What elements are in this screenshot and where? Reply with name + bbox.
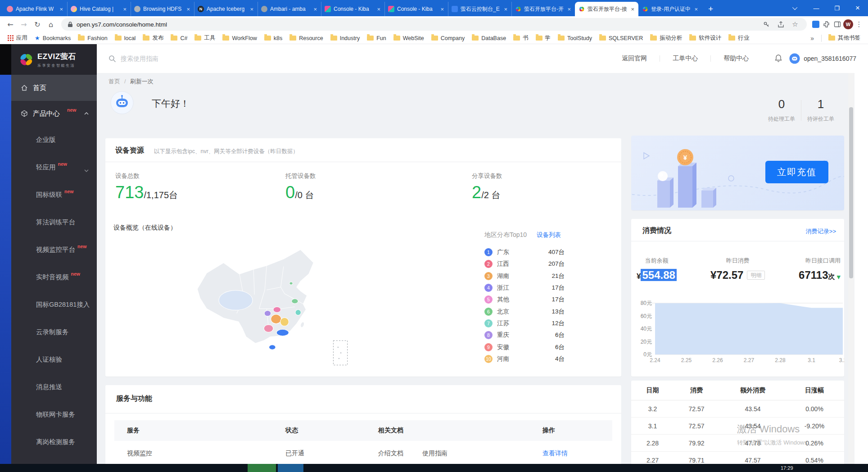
home-icon[interactable]: ⌂	[44, 18, 58, 31]
maximize-icon[interactable]: ❐	[827, 0, 847, 16]
page-scrollbar[interactable]	[848, 44, 854, 464]
windows-taskbar[interactable]: 17:29	[0, 464, 868, 472]
bookmark-folder[interactable]: 行业	[725, 33, 752, 43]
tab-search-chevron-icon[interactable]	[785, 0, 806, 16]
browser-tab[interactable]: NApache Iceberg×	[194, 2, 258, 16]
tab-close-icon[interactable]: ×	[59, 6, 64, 13]
sidebar-item-实时音视频[interactable]: 实时音视频new	[11, 263, 97, 291]
chrome-menu-icon[interactable]: ⋮	[854, 19, 864, 30]
sidebar-item-人证核验[interactable]: 人证核验	[11, 346, 97, 373]
bookmark-folder[interactable]: SQLSERVER	[596, 34, 646, 42]
notification-bell-icon[interactable]	[775, 54, 782, 64]
password-key-icon[interactable]	[761, 19, 772, 30]
doc-guide-link[interactable]: 使用指南	[422, 449, 448, 457]
bookmark-folder[interactable]: WorkFlow	[219, 34, 260, 42]
browser-tab[interactable]: Console - Kiba×	[321, 2, 384, 16]
search-input[interactable]	[121, 55, 247, 62]
taskbar-app-green[interactable]	[248, 464, 276, 472]
sidebar-item-视频监控平台[interactable]: 视频监控平台new	[11, 236, 97, 263]
other-bookmarks[interactable]: 其他书签	[825, 33, 863, 43]
breadcrumb-home[interactable]: 首页	[108, 78, 120, 85]
back-icon[interactable]: ←	[4, 18, 17, 31]
sidebar-item-物联网卡服务[interactable]: 物联网卡服务	[11, 401, 97, 428]
bookmark-apps[interactable]: 应用	[5, 33, 31, 43]
tab-close-icon[interactable]: ×	[312, 6, 318, 13]
tab-close-icon[interactable]: ×	[122, 6, 127, 13]
bookmark-folder[interactable]: WebSite	[390, 34, 427, 42]
bookmark-folder[interactable]: local	[112, 34, 139, 42]
tab-close-icon[interactable]: ×	[249, 6, 254, 13]
topbar-link-1[interactable]: 工单中心	[660, 54, 710, 63]
bookmark-folder[interactable]: C#	[167, 34, 190, 42]
rating-orders[interactable]: 1 待评价工单	[801, 97, 840, 123]
browser-tab[interactable]: Apache Flink W×	[4, 2, 67, 16]
bookmark-folder[interactable]: Resource	[286, 34, 326, 42]
bookmark-folder[interactable]: Fashion	[75, 34, 110, 42]
browser-tab[interactable]: Console - Kiba×	[384, 2, 448, 16]
bookmark-bookmarks[interactable]: ★Bookmarks	[32, 34, 74, 42]
bookmark-folder[interactable]: DataBase	[469, 34, 509, 42]
decrease-triangle-icon[interactable]: ▼	[837, 274, 841, 280]
close-icon[interactable]: ×	[847, 0, 868, 16]
bookmark-folder[interactable]: ToolStudy	[555, 34, 595, 42]
sidebar-item-消息推送[interactable]: 消息推送	[11, 373, 97, 401]
topbar-link-0[interactable]: 返回官网	[609, 54, 660, 63]
recharge-now-button[interactable]: 立即充值	[765, 161, 828, 183]
tab-close-icon[interactable]: ×	[185, 6, 191, 13]
pending-orders[interactable]: 0 待处理工单	[762, 97, 801, 123]
sidebar-item-云录制服务[interactable]: 云录制服务	[11, 318, 97, 346]
bookmarks-overflow-icon[interactable]: »	[807, 35, 818, 42]
tab-close-icon[interactable]: ×	[693, 6, 699, 13]
bookmark-folder[interactable]: 软件设计	[686, 33, 724, 43]
view-details-link[interactable]: 查看详情	[542, 449, 568, 457]
scrollbar-thumb[interactable]	[849, 107, 853, 278]
bookmark-folder[interactable]: Company	[428, 34, 468, 42]
share-icon[interactable]	[775, 19, 786, 30]
bookmark-folder[interactable]: 振动分析	[647, 33, 685, 43]
bookmark-star-icon[interactable]: ☆	[790, 19, 800, 30]
bookmark-folder[interactable]: 书	[510, 33, 532, 43]
bookmark-folder[interactable]: 工具	[191, 33, 218, 43]
browser-tab[interactable]: 萤石云控制台_E×	[448, 2, 511, 16]
doc-intro-link[interactable]: 介绍文档	[378, 449, 403, 457]
taskbar-app-blue[interactable]	[278, 464, 303, 472]
url-bar[interactable]: open.ys7.com/console/home.html ☆	[61, 18, 807, 31]
consumption-records-link[interactable]: 消费记录>>	[806, 227, 836, 236]
bookmark-folder[interactable]: 学	[533, 33, 554, 43]
bookmark-folder[interactable]: 发布	[140, 33, 167, 43]
browser-tab[interactable]: Browsing HDFS×	[131, 2, 194, 16]
translate-extension-icon[interactable]	[810, 19, 821, 30]
forward-icon[interactable]: →	[17, 18, 31, 31]
guide-search[interactable]	[108, 55, 247, 63]
username[interactable]: open_3581616077	[804, 55, 856, 62]
reading-list-icon[interactable]	[832, 19, 843, 30]
topbar-link-2[interactable]: 帮助中心	[711, 54, 761, 63]
browser-tab[interactable]: 萤石开放平台-接×	[575, 2, 638, 16]
tab-close-icon[interactable]: ×	[503, 6, 508, 13]
sidebar-item-home[interactable]: 首页	[11, 75, 97, 101]
browser-tab[interactable]: 登录-用户认证中×	[638, 2, 702, 16]
sidebar-item-国标GB28181接入[interactable]: 国标GB28181接入	[11, 291, 97, 318]
tab-close-icon[interactable]: ×	[439, 6, 445, 13]
sidebar-item-企业版[interactable]: 企业版	[11, 126, 97, 154]
sidebar-item-离岗检测服务[interactable]: 离岗检测服务	[11, 428, 97, 456]
sidebar-item-算法训练平台[interactable]: 算法训练平台	[11, 209, 97, 236]
tab-close-icon[interactable]: ×	[630, 6, 635, 13]
browser-tab[interactable]: Hive Catalog |×	[67, 2, 131, 16]
bookmark-folder[interactable]: Fun	[364, 34, 389, 42]
profile-avatar[interactable]: W	[843, 19, 854, 30]
sidebar-item-轻应用[interactable]: 轻应用new	[11, 154, 97, 181]
new-tab-button[interactable]: +	[702, 2, 719, 16]
sidebar-item-国标级联[interactable]: 国标级联new	[11, 181, 97, 209]
user-avatar[interactable]	[789, 53, 800, 64]
tab-close-icon[interactable]: ×	[376, 6, 381, 13]
browser-tab[interactable]: 萤石开放平台-开×	[511, 2, 575, 16]
bookmark-folder[interactable]: Industry	[327, 34, 363, 42]
device-list-link[interactable]: 设备列表	[537, 231, 561, 239]
browser-tab[interactable]: Ambari - amba×	[258, 2, 321, 16]
extensions-puzzle-icon[interactable]	[821, 19, 832, 30]
sidebar-item-product-center[interactable]: 产品中心 new	[11, 101, 97, 126]
refresh-icon[interactable]: ↻	[31, 18, 44, 31]
minimize-icon[interactable]: —	[806, 0, 827, 16]
tab-close-icon[interactable]: ×	[566, 6, 572, 13]
